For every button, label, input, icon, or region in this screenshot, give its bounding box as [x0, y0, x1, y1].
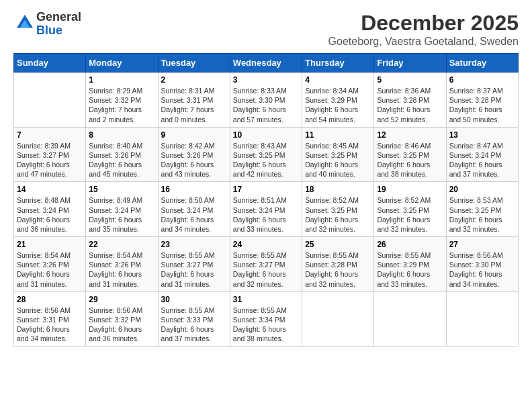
- day-info: Sunrise: 8:29 AM Sunset: 3:32 PM Dayligh…: [89, 86, 154, 124]
- day-number: 26: [377, 240, 443, 249]
- calendar-cell: 17Sunrise: 8:51 AM Sunset: 3:24 PM Dayli…: [230, 182, 302, 237]
- day-info: Sunrise: 8:49 AM Sunset: 3:24 PM Dayligh…: [89, 195, 154, 234]
- weekday-header: Monday: [86, 54, 158, 73]
- day-number: 18: [305, 185, 371, 194]
- logo-general: General: [36, 10, 81, 24]
- day-info: Sunrise: 8:53 AM Sunset: 3:25 PM Dayligh…: [449, 195, 515, 234]
- day-number: 29: [89, 295, 154, 304]
- day-info: Sunrise: 8:47 AM Sunset: 3:24 PM Dayligh…: [449, 141, 515, 179]
- day-number: 8: [89, 130, 154, 140]
- day-info: Sunrise: 8:54 AM Sunset: 3:26 PM Dayligh…: [89, 250, 154, 289]
- calendar-cell: 8Sunrise: 8:40 AM Sunset: 3:26 PM Daylig…: [86, 127, 158, 182]
- day-info: Sunrise: 8:55 AM Sunset: 3:28 PM Dayligh…: [305, 250, 371, 289]
- day-info: Sunrise: 8:42 AM Sunset: 3:26 PM Dayligh…: [161, 141, 227, 179]
- calendar-cell: 25Sunrise: 8:55 AM Sunset: 3:28 PM Dayli…: [302, 237, 374, 292]
- day-number: 14: [17, 185, 83, 194]
- logo: General Blue: [13, 11, 81, 38]
- day-number: 1: [89, 75, 154, 85]
- day-info: Sunrise: 8:56 AM Sunset: 3:31 PM Dayligh…: [17, 306, 83, 344]
- day-info: Sunrise: 8:55 AM Sunset: 3:29 PM Dayligh…: [377, 250, 443, 289]
- day-info: Sunrise: 8:43 AM Sunset: 3:25 PM Dayligh…: [233, 141, 299, 179]
- day-number: 16: [161, 185, 227, 194]
- day-number: 9: [161, 130, 227, 140]
- day-info: Sunrise: 8:55 AM Sunset: 3:27 PM Dayligh…: [233, 250, 299, 289]
- header: General Blue December 2025 Goeteborg, Va…: [13, 11, 519, 48]
- logo-text: General Blue: [36, 11, 81, 38]
- day-number: 7: [17, 130, 83, 140]
- logo-blue: Blue: [36, 24, 62, 37]
- calendar-cell: 23Sunrise: 8:55 AM Sunset: 3:27 PM Dayli…: [158, 237, 230, 292]
- main-title: December 2025: [328, 11, 519, 36]
- day-number: 24: [233, 240, 299, 249]
- day-info: Sunrise: 8:52 AM Sunset: 3:25 PM Dayligh…: [305, 195, 371, 234]
- calendar-cell: 21Sunrise: 8:54 AM Sunset: 3:26 PM Dayli…: [14, 237, 86, 292]
- day-info: Sunrise: 8:48 AM Sunset: 3:24 PM Dayligh…: [17, 195, 83, 234]
- day-info: Sunrise: 8:54 AM Sunset: 3:26 PM Dayligh…: [17, 250, 83, 289]
- calendar-cell: 3Sunrise: 8:33 AM Sunset: 3:30 PM Daylig…: [230, 73, 302, 128]
- calendar-cell: 4Sunrise: 8:34 AM Sunset: 3:29 PM Daylig…: [302, 73, 374, 128]
- calendar-cell: 10Sunrise: 8:43 AM Sunset: 3:25 PM Dayli…: [230, 127, 302, 182]
- day-info: Sunrise: 8:52 AM Sunset: 3:25 PM Dayligh…: [377, 195, 443, 234]
- calendar-cell: 18Sunrise: 8:52 AM Sunset: 3:25 PM Dayli…: [302, 182, 374, 237]
- calendar-cell: 29Sunrise: 8:56 AM Sunset: 3:32 PM Dayli…: [86, 291, 158, 347]
- weekday-header: Tuesday: [158, 54, 230, 73]
- calendar-cell: [374, 291, 446, 347]
- logo-icon: [15, 13, 35, 33]
- weekday-header: Saturday: [446, 54, 518, 73]
- calendar-cell: 14Sunrise: 8:48 AM Sunset: 3:24 PM Dayli…: [14, 182, 86, 237]
- day-number: 4: [305, 75, 371, 85]
- calendar-cell: [302, 291, 374, 347]
- day-number: 20: [449, 185, 515, 194]
- calendar-cell: 31Sunrise: 8:55 AM Sunset: 3:34 PM Dayli…: [230, 291, 302, 347]
- day-info: Sunrise: 8:40 AM Sunset: 3:26 PM Dayligh…: [89, 141, 154, 179]
- day-info: Sunrise: 8:31 AM Sunset: 3:31 PM Dayligh…: [161, 86, 227, 124]
- calendar-header-row: SundayMondayTuesdayWednesdayThursdayFrid…: [14, 54, 519, 73]
- day-number: 28: [17, 295, 83, 304]
- calendar-cell: 26Sunrise: 8:55 AM Sunset: 3:29 PM Dayli…: [374, 237, 446, 292]
- day-info: Sunrise: 8:46 AM Sunset: 3:25 PM Dayligh…: [377, 141, 443, 179]
- day-info: Sunrise: 8:56 AM Sunset: 3:30 PM Dayligh…: [449, 250, 515, 289]
- day-info: Sunrise: 8:37 AM Sunset: 3:28 PM Dayligh…: [449, 86, 515, 124]
- calendar-cell: 24Sunrise: 8:55 AM Sunset: 3:27 PM Dayli…: [230, 237, 302, 292]
- day-number: 19: [377, 185, 443, 194]
- day-number: 17: [233, 185, 299, 194]
- day-info: Sunrise: 8:55 AM Sunset: 3:33 PM Dayligh…: [161, 306, 227, 344]
- day-info: Sunrise: 8:51 AM Sunset: 3:24 PM Dayligh…: [233, 195, 299, 234]
- weekday-header: Wednesday: [230, 54, 302, 73]
- calendar-row: 21Sunrise: 8:54 AM Sunset: 3:26 PM Dayli…: [14, 237, 519, 292]
- day-info: Sunrise: 8:36 AM Sunset: 3:28 PM Dayligh…: [377, 86, 443, 124]
- day-info: Sunrise: 8:55 AM Sunset: 3:34 PM Dayligh…: [233, 306, 299, 344]
- day-number: 23: [161, 240, 227, 249]
- calendar-cell: 30Sunrise: 8:55 AM Sunset: 3:33 PM Dayli…: [158, 291, 230, 347]
- weekday-header: Friday: [374, 54, 446, 73]
- subtitle: Goeteborg, Vaestra Goetaland, Sweden: [328, 36, 519, 48]
- day-number: 21: [17, 240, 83, 249]
- calendar-row: 28Sunrise: 8:56 AM Sunset: 3:31 PM Dayli…: [14, 291, 519, 347]
- day-number: 22: [89, 240, 154, 249]
- day-number: 5: [377, 75, 443, 85]
- calendar-cell: 1Sunrise: 8:29 AM Sunset: 3:32 PM Daylig…: [86, 73, 158, 128]
- calendar-cell: 9Sunrise: 8:42 AM Sunset: 3:26 PM Daylig…: [158, 127, 230, 182]
- day-info: Sunrise: 8:45 AM Sunset: 3:25 PM Dayligh…: [305, 141, 371, 179]
- day-info: Sunrise: 8:56 AM Sunset: 3:32 PM Dayligh…: [89, 306, 154, 344]
- calendar-cell: [14, 73, 86, 128]
- day-number: 27: [449, 240, 515, 249]
- calendar-cell: 5Sunrise: 8:36 AM Sunset: 3:28 PM Daylig…: [374, 73, 446, 128]
- day-number: 25: [305, 240, 371, 249]
- calendar-cell: 6Sunrise: 8:37 AM Sunset: 3:28 PM Daylig…: [446, 73, 518, 128]
- calendar-cell: 22Sunrise: 8:54 AM Sunset: 3:26 PM Dayli…: [86, 237, 158, 292]
- day-number: 10: [233, 130, 299, 140]
- calendar-cell: 2Sunrise: 8:31 AM Sunset: 3:31 PM Daylig…: [158, 73, 230, 128]
- calendar-cell: 27Sunrise: 8:56 AM Sunset: 3:30 PM Dayli…: [446, 237, 518, 292]
- calendar-cell: 28Sunrise: 8:56 AM Sunset: 3:31 PM Dayli…: [14, 291, 86, 347]
- calendar-table: SundayMondayTuesdayWednesdayThursdayFrid…: [13, 53, 519, 347]
- day-info: Sunrise: 8:39 AM Sunset: 3:27 PM Dayligh…: [17, 141, 83, 179]
- day-number: 12: [377, 130, 443, 140]
- day-number: 6: [449, 75, 515, 85]
- day-number: 30: [161, 295, 227, 304]
- calendar-cell: 7Sunrise: 8:39 AM Sunset: 3:27 PM Daylig…: [14, 127, 86, 182]
- calendar-row: 14Sunrise: 8:48 AM Sunset: 3:24 PM Dayli…: [14, 182, 519, 237]
- calendar-cell: [446, 291, 518, 347]
- calendar-row: 7Sunrise: 8:39 AM Sunset: 3:27 PM Daylig…: [14, 127, 519, 182]
- calendar-cell: 11Sunrise: 8:45 AM Sunset: 3:25 PM Dayli…: [302, 127, 374, 182]
